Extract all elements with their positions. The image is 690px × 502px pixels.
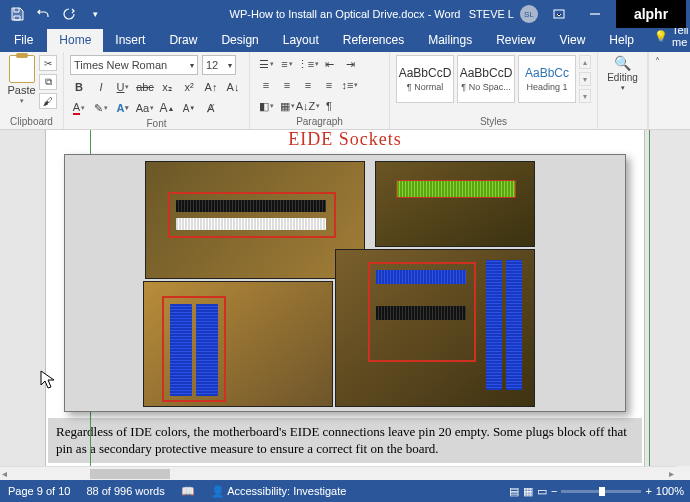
- bullets-button[interactable]: ☰: [256, 55, 276, 73]
- tab-file[interactable]: File: [0, 29, 47, 52]
- tab-draw[interactable]: Draw: [157, 29, 209, 52]
- group-styles: AaBbCcD ¶ Normal AaBbCcD ¶ No Spac... Aa…: [390, 52, 598, 129]
- clear-formatting-button[interactable]: A̸: [202, 99, 220, 117]
- scrollbar-thumb[interactable]: [90, 469, 170, 479]
- font-family-combo[interactable]: Times New Roman ▾: [70, 55, 198, 75]
- style-heading1[interactable]: AaBbCc Heading 1: [518, 55, 576, 103]
- grow-font-button-2[interactable]: A▲: [158, 99, 176, 117]
- underline-button[interactable]: U: [114, 78, 132, 96]
- borders-button[interactable]: ▦: [277, 97, 297, 115]
- tab-references[interactable]: References: [331, 29, 416, 52]
- bucket-icon: ◧: [259, 100, 269, 113]
- undo-icon[interactable]: [32, 3, 54, 25]
- chevron-down-icon[interactable]: ▾: [621, 84, 625, 92]
- align-right-button[interactable]: ≡: [298, 76, 318, 94]
- scroll-down-icon[interactable]: ▾: [579, 72, 591, 86]
- highlight-button[interactable]: ✎: [92, 99, 110, 117]
- chevron-down-icon: ▾: [190, 61, 194, 70]
- increase-indent-button[interactable]: ⇥: [340, 55, 360, 73]
- tab-mailings[interactable]: Mailings: [416, 29, 484, 52]
- scroll-left-icon[interactable]: ◂: [2, 468, 7, 479]
- align-center-button[interactable]: ≡: [277, 76, 297, 94]
- font-size-combo[interactable]: 12 ▾: [202, 55, 236, 75]
- text-effects-button[interactable]: A: [114, 99, 132, 117]
- slider-thumb[interactable]: [599, 487, 605, 496]
- page-count[interactable]: Page 9 of 10: [0, 485, 78, 497]
- copy-button[interactable]: ⧉: [39, 74, 57, 90]
- minimize-icon[interactable]: [580, 0, 610, 28]
- find-icon[interactable]: 🔍: [614, 55, 631, 71]
- redo-icon[interactable]: [58, 3, 80, 25]
- superscript-button[interactable]: x²: [180, 78, 198, 96]
- sort-button[interactable]: A↓Z: [298, 97, 318, 115]
- qat-customize-icon[interactable]: ▾: [84, 3, 106, 25]
- scroll-right-icon[interactable]: ▸: [669, 468, 674, 479]
- bullet-list-icon: ☰: [259, 58, 269, 71]
- tab-home[interactable]: Home: [47, 29, 103, 52]
- zoom-out-button[interactable]: −: [551, 485, 557, 497]
- scrollbar-corner: [676, 466, 690, 480]
- embedded-image[interactable]: [64, 154, 626, 412]
- styles-gallery-scroll[interactable]: ▴ ▾ ▾: [579, 55, 591, 103]
- read-mode-button[interactable]: ▤: [509, 485, 519, 498]
- subscript-button[interactable]: x₂: [158, 78, 176, 96]
- shading-button[interactable]: ◧: [256, 97, 276, 115]
- tab-design[interactable]: Design: [209, 29, 270, 52]
- multilevel-button[interactable]: ⋮≡: [298, 55, 318, 73]
- print-layout-button[interactable]: ▦: [523, 485, 533, 498]
- tab-layout[interactable]: Layout: [271, 29, 331, 52]
- style-name: Heading 1: [519, 80, 575, 92]
- read-mode-icon: ▤: [509, 485, 519, 497]
- ribbon-display-options-icon[interactable]: [544, 0, 574, 28]
- cut-button[interactable]: ✂: [39, 55, 57, 71]
- strikethrough-button[interactable]: abc: [136, 78, 154, 96]
- tab-review[interactable]: Review: [484, 29, 547, 52]
- accessibility-status[interactable]: 👤 Accessibility: Investigate: [203, 485, 355, 498]
- style-normal[interactable]: AaBbCcD ¶ Normal: [396, 55, 454, 103]
- style-name: ¶ No Spac...: [458, 80, 514, 92]
- font-family-value: Times New Roman: [74, 59, 167, 71]
- user-avatar[interactable]: SL: [520, 5, 538, 23]
- print-layout-icon: ▦: [523, 485, 533, 497]
- bold-button[interactable]: B: [70, 78, 88, 96]
- paste-button[interactable]: Paste ▾: [6, 55, 37, 105]
- italic-button[interactable]: I: [92, 78, 110, 96]
- zoom-value[interactable]: 100%: [656, 485, 684, 497]
- proofing-button[interactable]: 📖: [173, 485, 203, 498]
- line-spacing-button[interactable]: ↕≡: [340, 76, 360, 94]
- horizontal-scrollbar[interactable]: ◂ ▸: [0, 466, 676, 480]
- shrink-font-button-2[interactable]: A▼: [180, 99, 198, 117]
- tab-view[interactable]: View: [548, 29, 598, 52]
- format-painter-button[interactable]: 🖌: [39, 93, 57, 109]
- font-color-button[interactable]: A: [70, 99, 88, 117]
- save-icon[interactable]: [6, 3, 28, 25]
- tab-insert[interactable]: Insert: [103, 29, 157, 52]
- group-clipboard: Paste ▾ ✂ ⧉ 🖌 Clipboard: [0, 52, 64, 129]
- style-no-spacing[interactable]: AaBbCcD ¶ No Spac...: [457, 55, 515, 103]
- align-left-button[interactable]: ≡: [256, 76, 276, 94]
- grow-font-button[interactable]: A↑: [202, 78, 220, 96]
- copy-icon: ⧉: [45, 76, 52, 88]
- scissors-icon: ✂: [44, 58, 52, 69]
- justify-button[interactable]: ≡: [319, 76, 339, 94]
- shrink-font-button[interactable]: A↓: [224, 78, 242, 96]
- group-label-font: Font: [70, 117, 243, 129]
- style-sample: AaBbCcD: [399, 66, 452, 80]
- tab-help[interactable]: Help: [597, 29, 646, 52]
- change-case-button[interactable]: Aa: [136, 99, 154, 117]
- decrease-indent-button[interactable]: ⇤: [319, 55, 339, 73]
- lightbulb-icon: 💡: [654, 30, 668, 43]
- zoom-slider[interactable]: [561, 490, 641, 493]
- motherboard-photo: [145, 161, 365, 279]
- styles-more-icon[interactable]: ▾: [579, 89, 591, 103]
- numbering-button[interactable]: ≡: [277, 55, 297, 73]
- style-sample: AaBbCcD: [460, 66, 513, 80]
- web-layout-button[interactable]: ▭: [537, 485, 547, 498]
- collapse-ribbon-button[interactable]: ˄: [648, 52, 666, 129]
- word-count[interactable]: 88 of 996 words: [78, 485, 172, 497]
- zoom-in-button[interactable]: +: [645, 485, 651, 497]
- book-icon: 📖: [181, 485, 195, 497]
- document-area[interactable]: EIDE Sockets Regardl: [0, 130, 690, 480]
- scroll-up-icon[interactable]: ▴: [579, 55, 591, 69]
- show-marks-button[interactable]: ¶: [319, 97, 339, 115]
